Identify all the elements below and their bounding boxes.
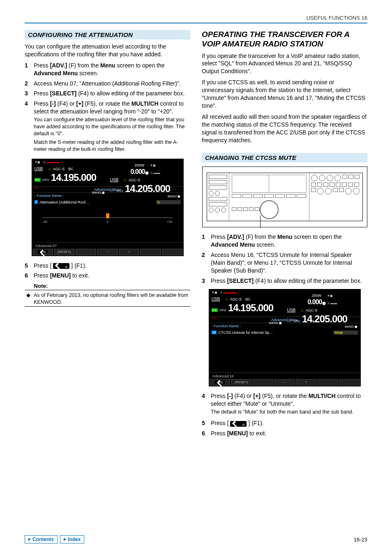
voip-paragraph: All received audio will then sound from … [202,113,367,144]
page-header: USEFUL FUNCTIONS 16 [25,15,367,21]
triangle-right-icon [64,538,66,541]
fkey-reset: (RESET) [54,249,75,255]
step-subtext: Match the S-meter reading of the added r… [34,139,190,153]
note-item: ◆ As of February 2013, no optional roofi… [25,292,190,305]
step-text: Press [MENU] to exit. [34,272,190,280]
step-text: Press [ ] (F1). [34,262,190,270]
step-number: 3 [25,90,34,97]
diamond-bullet-icon: ◆ [26,292,34,305]
voip-paragraph: If you use CTCSS as well, to avoid sendi… [202,79,367,110]
heading-voip: OPERATING THE TRANSCEIVER FOR A VOIP AMA… [202,30,367,49]
section-heading-ctcss: CHANGING THE CTCSS MUTE [202,153,367,162]
intro-paragraph: You can configure the attenuation level … [25,43,190,58]
menu-screenshot-ctcss: ▼◼ S ▬▬▬▬ USB ⚠ AGC-S BC◼ RX VFO 14.195.… [209,289,361,386]
fkey-reset: (RESET) [231,379,252,386]
back-arrow-icon [53,263,69,269]
menu-screenshot-attenuation: ▼◼ S ▬▬▬▬ USB ⚠ AGC-S BC◼ RX VFO 14.195.… [32,159,184,256]
step-number: 4 [202,392,211,417]
note-rule [25,306,190,307]
step-subtext: You can configure the attenuation level … [34,116,190,137]
steps-list-left-cont: 5 Press [ ] (F1). 6 Press [MENU] to exit… [25,262,190,280]
step-text: Access Menu 16, "CTCSS Unmute for Intern… [211,251,367,275]
fkey-minus: − [274,379,295,386]
step-number: 5 [25,262,34,270]
step-text: Press [ADV.] (F) from the Menu screen to… [211,233,367,249]
step-text: Press [-] (F4) or [+] (F5), or rotate th… [211,392,367,417]
left-column: CONFIGURING THE ATTENUATION You can conf… [25,30,190,440]
step-number: 2 [25,80,34,88]
back-arrow-icon [38,250,48,254]
steps-list-right-cont: 4 Press [-] (F4) or [+] (F5), or rotate … [202,392,367,437]
step-subtext: The default is "Mute" for both the main … [211,409,367,416]
step-number: 6 [202,430,211,437]
triangle-right-icon [28,538,31,541]
step-text: Press [ ] (F1). [211,419,367,427]
step-text: Press [SELECT] (F4) to allow editing of … [211,277,367,285]
header-rule [25,23,367,23]
step-text: Access Menu 07, "Attenuation (Additional… [34,80,190,88]
step-number: 1 [202,233,211,249]
step-number: 4 [25,100,34,154]
transceiver-front-panel-figure [202,166,367,227]
index-button[interactable]: Index [60,535,84,543]
steps-list-left: 1 Press [ADV.] (F) from the Menu screen … [25,62,190,155]
step-number: 1 [25,62,34,77]
step-number: 6 [25,272,34,280]
note-label: Note: [25,283,190,289]
right-column: OPERATING THE TRANSCEIVER FOR A VOIP AMA… [202,30,367,440]
back-arrow-icon [230,421,247,427]
step-number: 3 [202,277,211,285]
contents-button[interactable]: Contents [25,535,58,543]
step-text: Press [SELECT] (F4) to allow editing of … [34,90,190,97]
fkey-plus: + [119,249,140,255]
step-text: Press [-] (F4) or [+] (F5), or rotate th… [34,100,190,154]
steps-list-right: 1 Press [ADV.] (F) from the Menu screen … [202,233,367,284]
fkey-plus: + [296,379,317,386]
step-number: 2 [202,251,211,275]
section-heading-attenuation: CONFIGURING THE ATTENUATION [25,30,190,39]
page-number: 16-23 [354,536,367,543]
step-text: Press [MENU] to exit. [211,430,367,437]
back-arrow-icon [215,380,225,384]
fkey-back [32,249,53,255]
voip-paragraph: If you operate the transceiver for a VoI… [202,52,367,76]
fkey-minus: − [97,249,118,255]
step-number: 5 [202,419,211,427]
fkey-back [210,379,231,386]
note-rule [25,290,190,290]
step-text: Press [ADV.] (F) from the Menu screen to… [34,62,190,77]
